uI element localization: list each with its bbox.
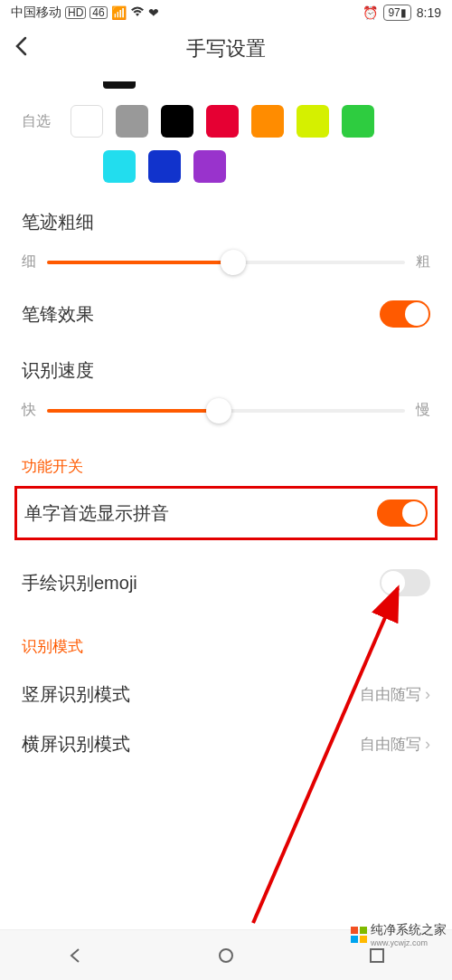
- speed-title: 识别速度: [22, 358, 430, 383]
- emoji-toggle-row: 手绘识别emoji: [22, 566, 430, 600]
- stroke-effect-toggle[interactable]: [380, 300, 430, 328]
- chevron-right-icon: ›: [425, 685, 430, 704]
- landscape-mode-label: 横屏识别模式: [22, 732, 130, 756]
- nav-recent-button[interactable]: [368, 947, 386, 965]
- speed-slider[interactable]: [47, 409, 405, 413]
- chevron-right-icon: ›: [425, 735, 430, 754]
- thickness-max-label: 粗: [416, 252, 430, 271]
- portrait-mode-label: 竖屏识别模式: [22, 682, 130, 707]
- speed-block: 识别速度 快 慢: [22, 358, 430, 420]
- color-swatch[interactable]: [71, 105, 103, 138]
- speed-slider-container: 快 慢: [22, 401, 430, 420]
- modes-section-header: 识别模式: [22, 636, 430, 657]
- carrier-label: 中国移动: [11, 5, 61, 21]
- thickness-slider[interactable]: [47, 261, 405, 264]
- thickness-title: 笔迹粗细: [22, 210, 430, 234]
- stroke-effect-row: 笔锋效果: [22, 297, 430, 331]
- color-swatch[interactable]: [297, 105, 329, 138]
- watermark-logo-icon: [351, 927, 367, 943]
- pinyin-toggle[interactable]: [377, 500, 428, 527]
- speed-min-label: 快: [22, 401, 36, 420]
- thickness-slider-thumb[interactable]: [221, 250, 246, 275]
- page-header: 手写设置: [0, 25, 452, 72]
- color-swatch[interactable]: [161, 105, 193, 138]
- hd-icon: HD: [65, 6, 86, 19]
- alarm-icon: ⏰: [363, 5, 378, 20]
- network-icon: 46: [89, 6, 107, 19]
- back-button[interactable]: [14, 36, 27, 62]
- thickness-block: 笔迹粗细 细 粗: [22, 210, 430, 271]
- emoji-toggle[interactable]: [380, 569, 430, 596]
- wifi-icon: [130, 5, 145, 20]
- status-bar: 中国移动 HD 46 📶 ❤ ⏰ 97▮ 8:19: [0, 0, 452, 25]
- pinyin-toggle-row: 单字首选显示拼音: [14, 486, 438, 540]
- pinyin-toggle-label: 单字首选显示拼音: [24, 501, 169, 526]
- watermark: 纯净系统之家 www.ycwjz.com: [351, 922, 447, 947]
- features-section-header: 功能开关: [22, 456, 430, 477]
- signal-icon: 📶: [111, 5, 127, 20]
- svg-rect-3: [371, 949, 383, 962]
- page-title: 手写设置: [14, 35, 438, 62]
- speed-slider-thumb[interactable]: [206, 398, 231, 423]
- prev-row-peek: [103, 81, 430, 89]
- color-swatch[interactable]: [148, 150, 181, 183]
- color-swatch[interactable]: [193, 150, 226, 183]
- color-swatch[interactable]: [206, 105, 239, 138]
- color-swatch[interactable]: [342, 105, 374, 138]
- heart-icon: ❤: [148, 5, 159, 20]
- custom-color-label: 自选: [22, 112, 58, 131]
- color-picker-row: 自选: [22, 105, 430, 138]
- thickness-min-label: 细: [22, 252, 36, 271]
- status-left: 中国移动 HD 46 📶 ❤: [11, 5, 159, 21]
- watermark-text: 纯净系统之家 www.ycwjz.com: [371, 922, 447, 947]
- emoji-toggle-label: 手绘识别emoji: [22, 571, 137, 595]
- landscape-mode-value: 自由随写 ›: [360, 734, 430, 755]
- color-swatches-row2: [103, 150, 430, 183]
- color-swatch[interactable]: [251, 105, 284, 138]
- portrait-mode-row[interactable]: 竖屏识别模式 自由随写 ›: [22, 682, 430, 707]
- color-swatch[interactable]: [116, 105, 148, 138]
- svg-point-2: [220, 949, 232, 962]
- landscape-mode-row[interactable]: 横屏识别模式 自由随写 ›: [22, 732, 430, 756]
- portrait-mode-value: 自由随写 ›: [360, 684, 430, 705]
- thickness-slider-container: 细 粗: [22, 252, 430, 271]
- color-swatch[interactable]: [103, 150, 136, 183]
- stroke-effect-label: 笔锋效果: [22, 302, 94, 327]
- nav-home-button[interactable]: [217, 947, 235, 965]
- nav-back-button[interactable]: [66, 947, 84, 965]
- battery-indicator: 97▮: [383, 5, 410, 21]
- clock-time: 8:19: [417, 5, 441, 20]
- status-right: ⏰ 97▮ 8:19: [363, 5, 441, 21]
- speed-max-label: 慢: [416, 401, 430, 420]
- color-swatches-row1: [71, 105, 374, 138]
